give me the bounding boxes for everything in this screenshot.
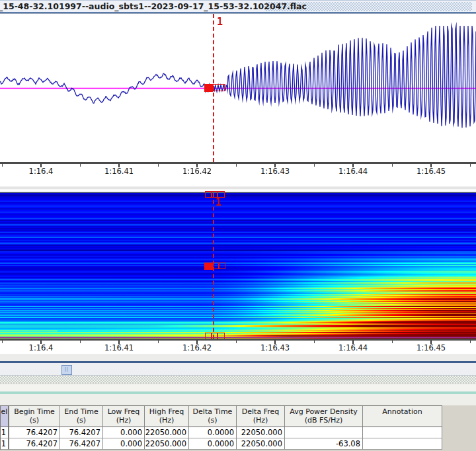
table-cell[interactable]: 1 [1,427,9,438]
table-header-cell[interactable]: Begin Time(s) [9,406,60,427]
axis-tick-label: 1:16.44 [338,167,368,176]
table-cell[interactable]: 76.4207 [60,438,103,450]
table-cell[interactable] [363,427,442,438]
axis-tick-label: 1:16.44 [338,343,368,352]
waveform-canvas[interactable] [0,14,476,162]
waveform-view[interactable]: 1 [0,14,476,162]
axis-tick-label: 1:16.4 [29,343,54,352]
axis-tick-minor [392,341,393,343]
axis-tick-minor [470,341,471,343]
axis-line [0,162,476,164]
selection-label-spec: 1 [216,196,221,208]
axis-line [0,339,476,341]
axis-tick-label: 1:16.4 [29,167,54,176]
table-header-cell[interactable]: Low Freq(Hz) [103,406,145,427]
axis-tick-minor [236,341,237,343]
selection-handle-outline-wave[interactable] [213,84,225,91]
table-header-cell[interactable]: Annotation [363,406,442,427]
axis-tick-minor [80,164,81,167]
axis-tick-minor [314,341,315,343]
table-cell[interactable]: 76.4207 [9,427,60,438]
panel-gap [0,186,476,190]
axis-tick-minor [470,164,471,167]
spectrogram-canvas[interactable] [0,193,476,339]
table-cell[interactable] [363,438,442,450]
axis-tick-minor [2,164,3,167]
window-title: _15-48-32.101997--audio_sbts1--2023-09-1… [0,1,307,11]
axis-tick-label: 1:16.42 [182,343,212,352]
table-row[interactable]: 176.420776.42070.00022050.0000.000022050… [1,438,442,450]
table-cell[interactable]: 76.4207 [60,427,103,438]
spectrogram-view[interactable]: 1 [0,193,476,339]
app-window: _15-48-32.101997--audio_sbts1--2023-09-1… [0,0,476,451]
selection-top-handle-spec[interactable] [205,191,225,198]
table-header-cell[interactable]: End Time(s) [60,406,103,427]
selection-handle-filled-wave[interactable] [204,84,213,92]
selection-table[interactable]: elBegin Time(s)End Time(s)Low Freq(Hz)Hi… [0,405,442,450]
axis-tick-minor [392,164,393,167]
selection-handle-outline-spec[interactable] [213,263,225,269]
axis-tick-minor [236,164,237,167]
table-top-spacer [0,394,476,405]
axis-tick-label: 1:16.41 [104,343,134,352]
scrollbar-thumb[interactable] [61,365,72,375]
table-cell[interactable]: 22050.000 [237,438,285,450]
table-cell[interactable] [285,427,363,438]
table-cell[interactable]: 22050.000 [145,438,189,450]
axis-tick-label: 1:16.43 [260,167,290,176]
table-header-cell[interactable]: Delta Freq(Hz) [237,406,285,427]
table-cell[interactable]: 22050.000 [145,427,189,438]
axis-tick-minor [314,164,315,167]
table-cell[interactable]: 0.000 [103,427,145,438]
table-toolbar-strip [0,384,476,391]
waveform-time-axis: 1:16.41:16.411:16.421:16.431:16.441:16.4… [0,162,476,177]
splitter-grip-strip[interactable] [0,376,476,384]
axis-tick-minor [158,164,159,167]
table-header-cell[interactable]: High Freq(Hz) [145,406,189,427]
table-header-row: elBegin Time(s)End Time(s)Low Freq(Hz)Hi… [1,406,442,427]
axis-tick-label: 1:16.42 [182,167,212,176]
table-header-cell[interactable]: Avg Power Density(dB FS/Hz) [285,406,363,427]
table-row[interactable]: 176.420776.42070.00022050.0000.000022050… [1,427,442,438]
axis-tick-label: 1:16.41 [104,167,134,176]
selection-table-zone: elBegin Time(s)End Time(s)Low Freq(Hz)Hi… [0,405,476,451]
window-titlebar[interactable]: _15-48-32.101997--audio_sbts1--2023-09-1… [0,0,476,13]
axis-tick-minor [158,341,159,343]
axis-tick-label: 1:16.43 [260,343,290,352]
axis-tick-label: 1:16.45 [416,343,446,352]
table-cell[interactable]: 22050.000 [237,427,285,438]
axis-tick-minor [80,341,81,343]
table-cell[interactable]: 76.4207 [9,438,60,450]
axis-tick-label: 1:16.45 [416,167,446,176]
horizontal-scrollbar[interactable] [0,363,476,376]
spectrogram-time-axis: 1:16.41:16.411:16.421:16.431:16.441:16.4… [0,339,476,354]
table-header-cell[interactable]: el [1,406,9,427]
lower-gap [0,354,476,361]
table-header-cell[interactable]: Delta Time(s) [189,406,237,427]
table-cell[interactable]: 0.0000 [189,438,237,450]
table-cell[interactable]: 0.000 [103,438,145,450]
axis-tick-minor [2,341,3,343]
table-cell[interactable]: 1 [1,438,9,450]
table-cell[interactable]: -63.08 [285,438,363,450]
selection-handle-filled-spec[interactable] [204,263,213,270]
table-cell[interactable]: 0.0000 [189,427,237,438]
selection-label-wave: 1 [217,16,223,28]
